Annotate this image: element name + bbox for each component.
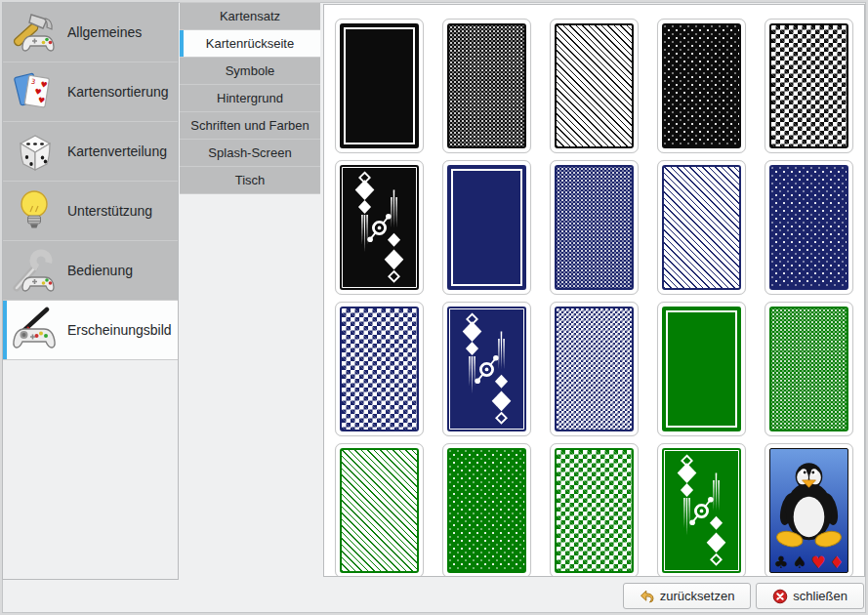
card-back-option-black-sparse-dots[interactable] <box>657 19 746 153</box>
heart-suit-icon: ♥ <box>810 554 825 571</box>
sidebar-item-label: Bedienung <box>67 263 133 278</box>
card-face-black-ornament <box>340 165 419 290</box>
card-back-option-green-ornament[interactable] <box>657 443 746 577</box>
close-circle-icon <box>772 589 788 604</box>
sidebar-item-allgemeines[interactable]: Allgemeines <box>3 3 178 62</box>
card-face-blue-waves <box>662 165 741 290</box>
hammer-gamepad-icon <box>11 9 58 56</box>
tab-tisch[interactable]: Tisch <box>180 167 320 194</box>
card-back-panel: ♣♠♥♦ <box>323 4 865 577</box>
sidebar-item-erscheinungsbild[interactable]: Erscheinungsbild <box>3 301 178 360</box>
dice-icon <box>11 128 58 175</box>
reset-button[interactable]: zurücksetzen <box>623 583 752 609</box>
card-back-option-green-dot-grid[interactable] <box>765 302 853 436</box>
reset-button-label: zurücksetzen <box>660 589 735 603</box>
spade-suit-icon: ♠ <box>792 554 806 571</box>
card-back-option-green-sparse-dots[interactable] <box>442 443 531 577</box>
sidebar-item-label: Kartensortierung <box>67 84 169 100</box>
category-list: Allgemeines 3 ♥ ♥ ♥ Kartensortierung Kar… <box>2 2 179 580</box>
sidebar-item-label: Kartenverteilung <box>67 144 167 159</box>
sidebar-item-label: Allgemeines <box>67 24 142 40</box>
tab-symbole[interactable]: Symbole <box>180 58 320 85</box>
card-face-blue-fine-checkered <box>555 307 634 431</box>
card-face-green-ornament <box>662 448 741 573</box>
card-back-option-green-waves[interactable] <box>335 443 424 577</box>
card-back-option-green-solid[interactable] <box>657 302 746 436</box>
lightbulb-icon <box>11 187 58 234</box>
close-button-label: schließen <box>793 589 847 603</box>
card-back-option-blue-waves[interactable] <box>657 160 746 295</box>
card-back-option-black-solid[interactable] <box>335 19 424 153</box>
gamepad-pen-icon <box>11 307 58 353</box>
sidebar-item-label: Erscheinungsbild <box>67 322 172 338</box>
card-face-black-checkered <box>769 23 848 148</box>
card-back-option-blue-dot-grid[interactable] <box>550 160 639 295</box>
card-back-option-blue-checkered[interactable] <box>335 302 424 436</box>
svg-text:♥: ♥ <box>37 96 45 105</box>
card-face-green-checkered <box>555 448 634 573</box>
playing-cards-icon: 3 ♥ ♥ ♥ <box>11 68 58 115</box>
card-face-black-solid <box>340 23 419 148</box>
close-button[interactable]: schließen <box>756 583 864 609</box>
card-face-blue-sparse-dots <box>769 165 848 290</box>
card-face-black-waves <box>555 23 634 148</box>
card-face-black-dot-grid <box>447 23 526 148</box>
wrench-gamepad-icon <box>11 247 58 294</box>
card-back-option-black-ornament[interactable] <box>335 160 424 295</box>
card-face-green-solid <box>662 307 741 431</box>
card-back-option-tux-penguin[interactable]: ♣♠♥♦ <box>765 443 853 577</box>
dialog-footer: zurücksetzen schließen <box>623 583 864 609</box>
card-back-option-blue-ornament[interactable] <box>442 302 531 436</box>
card-face-blue-solid <box>447 165 526 290</box>
card-back-option-blue-sparse-dots[interactable] <box>765 160 853 295</box>
card-back-option-black-checkered[interactable] <box>765 19 853 153</box>
card-back-option-black-dot-grid[interactable] <box>442 19 531 153</box>
sidebar-item-unterstuetzung[interactable]: Unterstützung <box>3 182 178 241</box>
card-face-blue-ornament <box>447 307 526 431</box>
card-back-option-blue-fine-checkered[interactable] <box>550 302 639 436</box>
tab-schriften-und-farben[interactable]: Schriften und Farben <box>180 112 320 140</box>
tab-list: KartensatzKartenrückseiteSymboleHintergr… <box>180 2 320 194</box>
card-face-blue-dot-grid <box>555 165 634 290</box>
tab-kartenrueckseite[interactable]: Kartenrückseite <box>180 30 320 58</box>
tab-kartensatz[interactable]: Kartensatz <box>180 3 320 30</box>
settings-dialog: Allgemeines 3 ♥ ♥ ♥ Kartensortierung Kar… <box>0 0 868 615</box>
card-face-green-sparse-dots <box>447 448 526 573</box>
sidebar-item-label: Unterstützung <box>67 203 152 219</box>
sidebar-item-bedienung[interactable]: Bedienung <box>3 241 178 301</box>
card-face-black-sparse-dots <box>662 23 741 148</box>
club-suit-icon: ♣ <box>774 554 789 571</box>
card-back-grid: ♣♠♥♦ <box>324 5 864 577</box>
card-back-option-black-waves[interactable] <box>550 19 639 153</box>
diamond-suit-icon: ♦ <box>829 554 844 571</box>
undo-icon <box>640 589 655 604</box>
sidebar-item-kartenverteilung[interactable]: Kartenverteilung <box>3 122 178 182</box>
card-face-tux-penguin: ♣♠♥♦ <box>769 448 848 573</box>
suit-row: ♣♠♥♦ <box>770 554 847 571</box>
card-back-option-green-checkered[interactable] <box>550 443 639 577</box>
card-face-blue-checkered <box>340 307 419 431</box>
card-face-green-waves <box>340 448 419 573</box>
tab-hintergrund[interactable]: Hintergrund <box>180 85 320 112</box>
sidebar-item-kartensortierung[interactable]: 3 ♥ ♥ ♥ Kartensortierung <box>3 62 178 122</box>
card-face-green-dot-grid <box>769 307 848 431</box>
card-back-option-blue-solid[interactable] <box>442 160 531 295</box>
tab-splash-screen[interactable]: Splash-Screen <box>180 140 320 167</box>
